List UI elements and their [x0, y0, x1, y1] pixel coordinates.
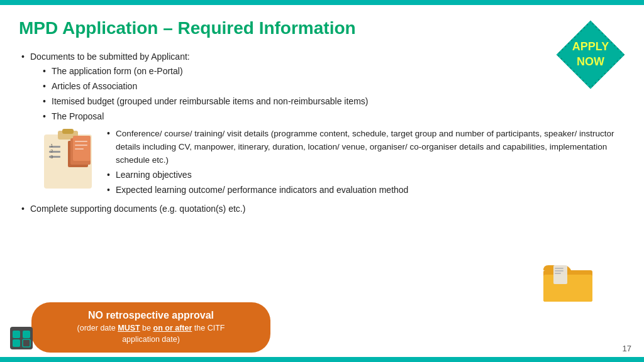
page-number: 17 [623, 344, 631, 353]
folder-image [543, 259, 594, 305]
on-or-after-text: on or after [153, 324, 192, 332]
svg-rect-24 [555, 273, 561, 274]
sub-item-articles: Articles of Association [40, 80, 631, 93]
svg-rect-29 [23, 339, 30, 347]
main-list-item-supporting: Complete supporting documents (e.g. quot… [19, 202, 631, 216]
main-list-item-docs: Documents to be submitted by Applicant: … [19, 50, 631, 199]
sub-item-form: The application form (on e-Portal) [40, 65, 631, 78]
svg-rect-17 [75, 145, 87, 146]
svg-rect-27 [23, 331, 30, 338]
bottom-accent-bar [0, 357, 644, 362]
learning-objectives-item: Learning objectives [104, 168, 631, 182]
svg-rect-26 [13, 331, 20, 338]
must-text: MUST [118, 324, 140, 332]
svg-rect-23 [555, 270, 564, 272]
svg-rect-20 [543, 275, 592, 302]
sub-list-docs: The application form (on e-Portal) Artic… [40, 65, 631, 123]
sub-item-proposal: The Proposal [40, 110, 631, 123]
sub-item-budget: Itemised budget (grouped under reimbursa… [40, 95, 631, 108]
svg-text:2: 2 [50, 148, 53, 154]
orange-box-title: NO retrospective approval [44, 310, 258, 321]
svg-rect-22 [555, 268, 564, 269]
svg-rect-28 [13, 339, 20, 347]
clipboard-image: 1 2 3 [40, 128, 97, 195]
expected-learning-item: Expected learning outcome/ performance i… [104, 184, 631, 197]
page-title: MPD Application – Required Information [19, 18, 631, 39]
proposal-sub-list: Conference/ course/ training/ visit deta… [104, 127, 631, 197]
svg-rect-6 [62, 129, 74, 134]
svg-text:3: 3 [50, 154, 53, 160]
main-content: MPD Application – Required Information A… [19, 9, 631, 349]
svg-rect-16 [75, 141, 87, 142]
bottom-logo [9, 326, 34, 353]
svg-text:1: 1 [50, 143, 53, 148]
proposal-section: 1 2 3 [40, 126, 631, 199]
svg-rect-18 [75, 148, 84, 150]
conference-item: Conference/ course/ training/ visit deta… [104, 127, 631, 167]
main-bullet-list: Documents to be submitted by Applicant: … [19, 50, 631, 216]
top-accent-bar [0, 0, 644, 5]
orange-box-subtitle: (order date MUST be on or after the CITF… [44, 323, 258, 345]
proposal-bullets: Conference/ course/ training/ visit deta… [104, 126, 631, 199]
orange-notice-box: NO retrospective approval (order date MU… [31, 302, 270, 353]
